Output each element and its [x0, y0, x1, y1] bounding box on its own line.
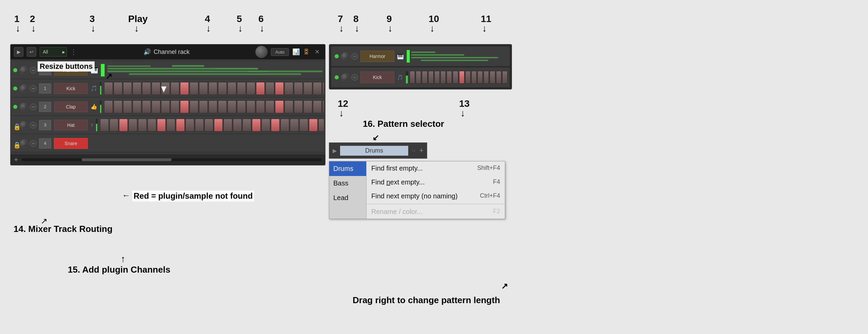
dots-menu[interactable]: ⋮: [70, 48, 78, 56]
step-19[interactable]: [280, 119, 289, 132]
step-22[interactable]: [313, 82, 322, 95]
pattern-play-icon[interactable]: ▶: [333, 148, 337, 154]
step-10[interactable]: [195, 119, 204, 132]
z-kick-step-13[interactable]: [490, 71, 495, 84]
harmor-vol-knob[interactable]: [20, 66, 28, 74]
z-harmor-minus[interactable]: −: [351, 53, 358, 60]
z-kick-step-8[interactable]: [459, 71, 465, 84]
step-6[interactable]: [157, 119, 166, 132]
rename-color-item[interactable]: Rename / color... F2: [367, 205, 505, 219]
close-button[interactable]: ✕: [313, 47, 322, 56]
step-23[interactable]: [322, 82, 324, 95]
step-19[interactable]: [284, 82, 293, 95]
pattern-name-box[interactable]: Drums: [340, 146, 408, 156]
step-12[interactable]: [218, 82, 227, 95]
step-16[interactable]: [252, 119, 261, 132]
z-kick-step-11[interactable]: [477, 71, 483, 84]
all-dropdown[interactable]: All ▶: [40, 47, 67, 57]
harmor-minus[interactable]: −: [30, 67, 37, 74]
step-3[interactable]: [133, 100, 141, 113]
step-13[interactable]: [228, 100, 236, 113]
step-8[interactable]: [180, 82, 189, 95]
find-first-empty-item[interactable]: Find first empty... Shift+F4: [367, 161, 505, 175]
kick-name[interactable]: Kick: [54, 83, 88, 94]
hat-vol-knob[interactable]: [20, 121, 28, 129]
hat-name[interactable]: Hat: [54, 120, 88, 131]
step-14[interactable]: [233, 119, 242, 132]
z-kick-step-9[interactable]: [465, 71, 471, 84]
z-kick-step-7[interactable]: [453, 71, 458, 84]
step-6[interactable]: [161, 100, 170, 113]
step-21[interactable]: [299, 119, 308, 132]
step-23[interactable]: [322, 100, 324, 113]
z-kick-step-2[interactable]: [422, 71, 427, 84]
find-next-empty-item[interactable]: Find next empty... F4: [367, 175, 505, 189]
step-2[interactable]: [123, 100, 132, 113]
step-20[interactable]: [294, 82, 303, 95]
step-3[interactable]: [133, 82, 141, 95]
find-next-no-naming-item[interactable]: Find next empty (no naming) Ctrl+F4: [367, 189, 505, 203]
z-kick-step-10[interactable]: [471, 71, 477, 84]
z-kick-step-6[interactable]: [447, 71, 452, 84]
clap-name[interactable]: Clap: [54, 101, 88, 112]
z-kick-step-15[interactable]: [502, 71, 508, 84]
z-harmor-name[interactable]: Harmor: [360, 51, 394, 62]
step-1[interactable]: [114, 82, 122, 95]
z-kick-step-1[interactable]: [416, 71, 421, 84]
snare-name[interactable]: Snare: [54, 138, 88, 149]
step-12[interactable]: [218, 100, 227, 113]
menu-drums-item[interactable]: Drums: [329, 161, 366, 176]
step-19[interactable]: [284, 100, 293, 113]
volume-knob[interactable]: [255, 46, 268, 58]
step-5[interactable]: [152, 100, 160, 113]
step-15[interactable]: [246, 82, 255, 95]
step-0[interactable]: [104, 100, 113, 113]
step-7[interactable]: [171, 100, 179, 113]
menu-bass-item[interactable]: Bass: [329, 176, 366, 191]
step-17[interactable]: [261, 119, 270, 132]
step-12[interactable]: [214, 119, 223, 132]
step-13[interactable]: [223, 119, 232, 132]
play-button[interactable]: ▶: [14, 47, 23, 57]
step-9[interactable]: [190, 100, 198, 113]
undo-button[interactable]: ↩: [27, 47, 36, 57]
z-kick-step-14[interactable]: [496, 71, 501, 84]
step-4[interactable]: [142, 100, 151, 113]
step-17[interactable]: [265, 100, 274, 113]
auto-button[interactable]: Auto: [271, 48, 289, 56]
step-18[interactable]: [275, 82, 284, 95]
step-18[interactable]: [271, 119, 280, 132]
step-20[interactable]: [294, 100, 303, 113]
z-kick-step-4[interactable]: [434, 71, 440, 84]
step-7[interactable]: [171, 82, 179, 95]
step-8[interactable]: [176, 119, 185, 132]
horizontal-scrollbar[interactable]: [22, 158, 322, 161]
z-kick-knob[interactable]: [341, 73, 349, 81]
step-4[interactable]: [142, 82, 151, 95]
z-kick-step-3[interactable]: [428, 71, 434, 84]
pattern-plus-button[interactable]: +: [419, 146, 423, 155]
step-7[interactable]: [166, 119, 175, 132]
snare-minus[interactable]: −: [30, 140, 37, 147]
z-kick-name[interactable]: Kick: [360, 72, 394, 83]
clap-vol-knob[interactable]: [20, 103, 28, 111]
step-21[interactable]: [303, 100, 312, 113]
kick-vol-knob[interactable]: [20, 84, 28, 93]
step-2[interactable]: [123, 82, 132, 95]
z-kick-step-0[interactable]: [410, 71, 415, 84]
step-17[interactable]: [265, 82, 274, 95]
step-10[interactable]: [199, 100, 208, 113]
step-21[interactable]: [303, 82, 312, 95]
step-3[interactable]: [129, 119, 137, 132]
clap-minus[interactable]: −: [30, 103, 37, 110]
step-15[interactable]: [242, 119, 251, 132]
step-1[interactable]: [110, 119, 118, 132]
step-11[interactable]: [204, 119, 213, 132]
step-2[interactable]: [119, 119, 128, 132]
step-9[interactable]: [190, 82, 198, 95]
step-18[interactable]: [275, 100, 284, 113]
step-23[interactable]: [318, 119, 324, 132]
step-5[interactable]: [152, 82, 160, 95]
step-13[interactable]: [228, 82, 236, 95]
step-9[interactable]: [185, 119, 194, 132]
